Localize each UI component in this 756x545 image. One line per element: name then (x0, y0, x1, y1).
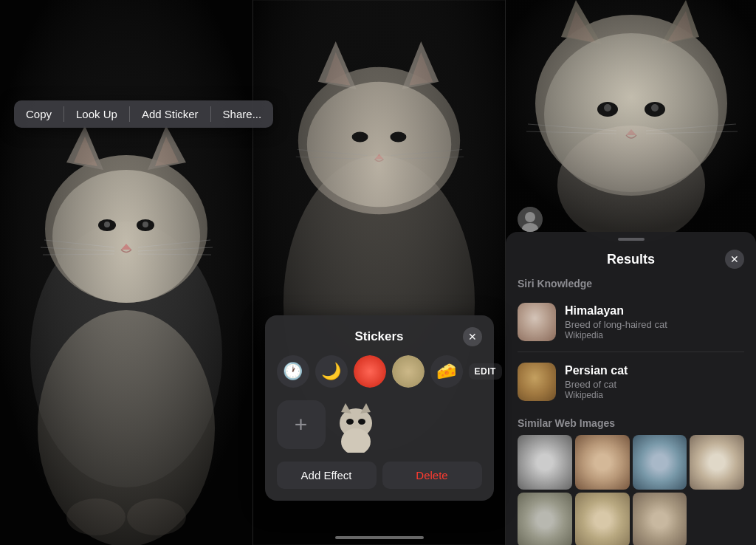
himalayan-thumbnail (518, 303, 556, 341)
sticker-cat-preview[interactable] (331, 395, 380, 454)
context-menu: Copy Look Up Add Sticker Share... (14, 100, 273, 128)
svg-line-36 (391, 157, 464, 159)
web-image-2[interactable] (575, 435, 630, 490)
svg-marker-32 (375, 154, 384, 159)
himalayan-description: Breed of long-haired cat (565, 319, 744, 330)
svg-marker-27 (326, 52, 351, 86)
menu-divider-1 (63, 106, 64, 122)
moon-sticker-btn[interactable]: 🌙 (315, 355, 348, 388)
add-sticker-menu-item[interactable]: Add Sticker (131, 102, 209, 126)
sticker-item-3[interactable] (354, 355, 386, 388)
add-effect-button[interactable]: Add Effect (277, 462, 377, 489)
himalayan-name: Himalayan (565, 304, 744, 318)
similar-web-images-label: Similar Web Images (506, 408, 756, 435)
svg-point-43 (358, 419, 365, 425)
svg-marker-40 (341, 403, 351, 414)
edit-button[interactable]: EDIT (469, 363, 502, 380)
persian-result-item[interactable]: Persian cat Breed of cat Wikipedia (506, 355, 756, 408)
persian-name: Persian cat (565, 364, 744, 377)
himalayan-info: Himalayan Breed of long-haired cat Wikip… (565, 304, 744, 340)
svg-rect-0 (0, 0, 252, 545)
persian-info: Persian cat Breed of cat Wikipedia (565, 364, 744, 400)
persian-description: Breed of cat (565, 379, 744, 390)
svg-point-11 (142, 222, 148, 227)
himalayan-source: Wikipedia (565, 330, 744, 340)
svg-point-10 (104, 222, 110, 227)
web-image-1[interactable] (518, 435, 572, 490)
svg-point-20 (66, 498, 126, 535)
svg-marker-5 (74, 137, 97, 166)
right-cat-background (506, 0, 756, 244)
middle-panel: Stickers ✕ 🕐 🌙 🧀 EDIT + (252, 0, 505, 545)
svg-point-8 (98, 219, 116, 231)
svg-line-33 (298, 149, 368, 155)
stickers-actions: Add Effect Delete (277, 462, 482, 489)
avatar-icon[interactable] (518, 207, 543, 232)
web-image-4[interactable] (690, 435, 744, 490)
svg-line-17 (138, 247, 213, 251)
web-image-6[interactable] (575, 493, 630, 545)
svg-marker-6 (155, 137, 179, 166)
share-menu-item[interactable]: Share... (213, 102, 272, 126)
svg-marker-3 (66, 126, 103, 170)
svg-point-9 (137, 219, 154, 231)
svg-point-1 (30, 222, 222, 487)
svg-marker-4 (148, 126, 186, 170)
svg-marker-26 (402, 41, 439, 89)
svg-point-29 (307, 82, 451, 208)
svg-marker-28 (409, 52, 433, 86)
web-images-grid (506, 435, 756, 545)
persian-thumbnail (518, 363, 556, 401)
web-image-3[interactable] (633, 435, 687, 490)
svg-point-2 (45, 155, 207, 303)
stickers-items-row: + (277, 395, 482, 454)
results-sheet: Results ✕ Siri Knowledge Himalayan Breed… (506, 232, 756, 545)
svg-point-31 (390, 132, 406, 143)
svg-marker-12 (121, 244, 131, 250)
result-divider (518, 352, 744, 352)
svg-marker-41 (360, 403, 371, 414)
stickers-header: Stickers ✕ (277, 327, 482, 346)
lookup-menu-item[interactable]: Look Up (66, 102, 128, 126)
svg-point-19 (38, 310, 215, 545)
svg-line-34 (296, 157, 368, 159)
web-image-7[interactable] (633, 493, 687, 545)
left-panel: Copy Look Up Add Sticker Share... (0, 0, 252, 545)
siri-knowledge-label: Siri Knowledge (506, 278, 756, 295)
svg-line-15 (43, 254, 114, 255)
delete-button[interactable]: Delete (382, 462, 482, 489)
results-close-button[interactable]: ✕ (725, 250, 744, 269)
svg-point-7 (52, 170, 200, 303)
svg-point-21 (127, 498, 186, 535)
svg-line-18 (138, 254, 211, 255)
svg-rect-63 (506, 0, 756, 244)
add-sticker-button[interactable]: + (277, 400, 326, 449)
sticker-item-4[interactable] (392, 355, 425, 388)
stickers-title: Stickers (296, 329, 463, 344)
persian-source: Wikipedia (565, 390, 744, 400)
cheese-sticker-btn[interactable]: 🧀 (430, 355, 463, 388)
recent-stickers-btn[interactable]: 🕐 (277, 355, 309, 388)
persian-thumb-image (518, 363, 556, 401)
svg-point-24 (298, 67, 460, 214)
results-title: Results (537, 252, 725, 267)
copy-menu-item[interactable]: Copy (16, 102, 62, 126)
svg-line-35 (391, 149, 462, 155)
stickers-close-button[interactable]: ✕ (463, 327, 482, 346)
svg-point-30 (352, 132, 368, 143)
right-panel: Results ✕ Siri Knowledge Himalayan Breed… (505, 0, 756, 545)
himalayan-result-item[interactable]: Himalayan Breed of long-haired cat Wikip… (506, 295, 756, 349)
home-indicator (335, 536, 424, 539)
svg-point-65 (525, 212, 535, 222)
svg-line-14 (41, 247, 114, 251)
web-image-5[interactable] (518, 493, 572, 545)
drag-handle (618, 238, 645, 241)
svg-line-16 (138, 240, 210, 247)
svg-line-13 (44, 240, 114, 247)
menu-divider-3 (210, 106, 211, 122)
results-header: Results ✕ (506, 247, 756, 278)
svg-rect-22 (0, 0, 252, 545)
menu-divider-2 (129, 106, 130, 122)
svg-marker-25 (318, 41, 357, 89)
svg-point-42 (346, 419, 354, 425)
